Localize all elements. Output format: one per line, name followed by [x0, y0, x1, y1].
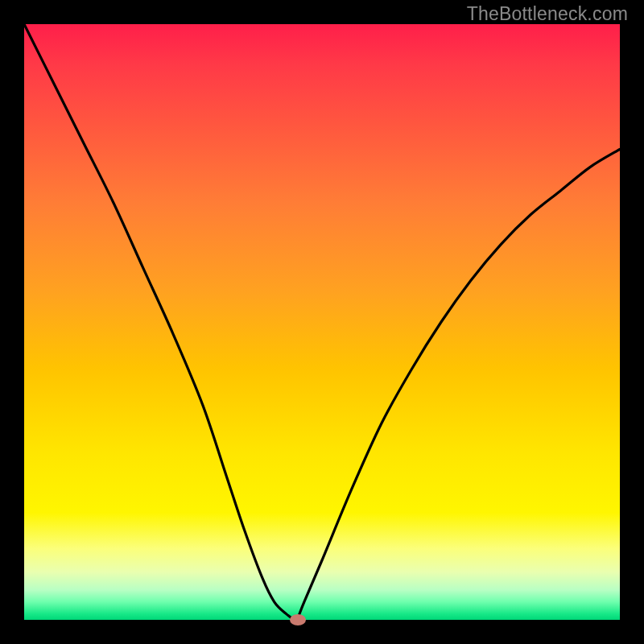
curve-layer	[24, 24, 620, 620]
chart-frame: TheBottleneck.com	[0, 0, 644, 644]
plot-area	[24, 24, 620, 620]
watermark-text: TheBottleneck.com	[467, 3, 628, 25]
bottleneck-curve	[24, 24, 620, 620]
optimum-marker	[290, 614, 306, 625]
